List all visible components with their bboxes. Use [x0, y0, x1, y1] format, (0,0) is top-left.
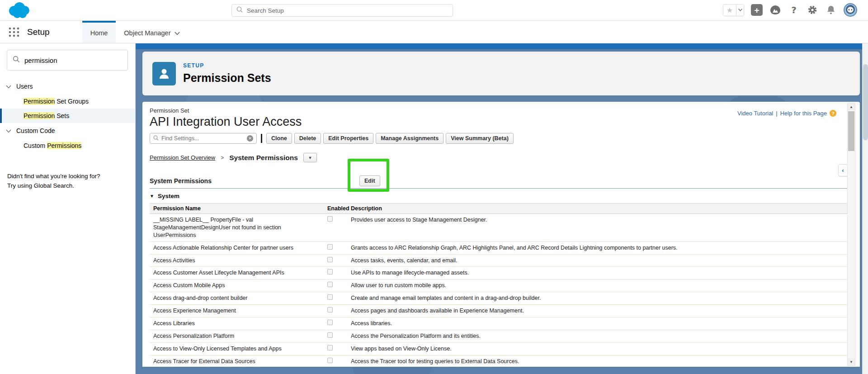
collapse-panel-tab[interactable]: ‹	[838, 164, 847, 176]
table-row: Access Tracer for External Data SourcesA…	[150, 355, 853, 367]
permission-name-cell: Access Libraries	[150, 317, 324, 330]
enabled-checkbox[interactable]	[327, 244, 333, 250]
sidebar-item-custom-code[interactable]: Custom Code	[0, 123, 135, 138]
tab-home[interactable]: Home	[82, 21, 116, 43]
sidebar-search-box[interactable]	[7, 50, 128, 71]
content-top-strip	[136, 43, 868, 49]
permission-description-cell: Access libraries.	[347, 317, 853, 330]
breadcrumb: Permission Set Overview > System Permiss…	[150, 153, 853, 162]
header-actions: ★ + ?	[723, 3, 857, 17]
window-scrollbar-thumb[interactable]	[863, 64, 868, 140]
permission-description-cell: Use APIs to manage lifecycle-managed ass…	[347, 267, 853, 279]
enabled-checkbox[interactable]	[327, 345, 333, 350]
find-settings-input[interactable]	[161, 135, 247, 142]
sidebar-item-users[interactable]: Users	[0, 79, 135, 94]
app-title: Setup	[27, 21, 50, 43]
setup-tree: UsersPermission Set GroupsPermission Set…	[0, 79, 135, 153]
detail-scrollbar[interactable]: ▲ ▼	[847, 103, 855, 366]
help-question-icon[interactable]: ?	[830, 110, 836, 117]
clear-search-icon[interactable]: ✕	[247, 135, 253, 142]
chevron-down-icon[interactable]	[6, 83, 11, 90]
permission-description-cell: Access pages and dashboards available in…	[347, 305, 853, 317]
permission-description-cell: Allow user to run custom mobile apps.	[347, 279, 853, 292]
sidebar-not-found-text: Didn't find what you're looking for? Try…	[7, 172, 135, 191]
favorites-star-icon[interactable]: ★	[723, 5, 736, 16]
table-row: __MISSING LABEL__ PropertyFile - val Sta…	[150, 214, 853, 242]
enabled-checkbox[interactable]	[327, 294, 333, 300]
table-row: Access ActivitiesAccess tasks, events, c…	[150, 254, 853, 267]
entity-name: API Integration User Access	[150, 115, 853, 129]
toolbar-button-delete[interactable]: Delete	[294, 133, 321, 144]
section-dropdown-button[interactable]: ▼	[303, 153, 317, 162]
permission-description-cell: Access the Personalization Platform and …	[347, 330, 853, 342]
search-icon	[153, 134, 159, 142]
permissions-table: Permission Name Enabled Description __MI…	[150, 203, 853, 367]
enabled-checkbox[interactable]	[327, 257, 333, 262]
user-avatar[interactable]	[844, 3, 857, 17]
tree-group-label: Users	[16, 83, 33, 90]
collapse-triangle-icon[interactable]: ▼	[150, 194, 154, 199]
sidebar-item-permission-set-groups[interactable]: Permission Set Groups	[0, 94, 135, 109]
permission-sets-icon	[152, 62, 176, 85]
sidebar-search-input[interactable]	[24, 57, 122, 64]
enabled-checkbox[interactable]	[327, 320, 333, 325]
enabled-checkbox[interactable]	[327, 269, 333, 275]
notifications-bell-icon[interactable]	[825, 4, 837, 16]
toolbar-button-edit-properties[interactable]: Edit Properties	[323, 133, 373, 144]
system-group-header[interactable]: ▼ System	[150, 193, 853, 199]
permission-description-cell: Provides user access to Stage Management…	[347, 214, 853, 242]
window-scrollbar[interactable]	[862, 43, 868, 374]
app-launcher-icon[interactable]	[8, 21, 20, 43]
scrollbar-thumb[interactable]	[848, 111, 854, 151]
permissions-table-body: __MISSING LABEL__ PropertyFile - val Sta…	[150, 214, 853, 367]
trailhead-icon[interactable]	[769, 4, 781, 16]
section-divider	[150, 188, 853, 189]
sidebar-item-permission-sets[interactable]: Permission Sets	[0, 109, 135, 123]
favorites-control[interactable]: ★	[723, 4, 744, 16]
permission-description-cell: Access the Tracer tool for testing queri…	[347, 355, 853, 367]
breadcrumb-parent-link[interactable]: Permission Set Overview	[150, 154, 215, 161]
permission-name-cell: Access Personalization Platform	[150, 330, 324, 342]
setup-content: SETUP Permission Sets Permission Set API…	[136, 43, 868, 374]
global-header: ★ + ?	[0, 0, 868, 21]
toolbar-button-manage-assignments[interactable]: Manage Assignments	[376, 133, 443, 144]
tree-group-label: Custom Code	[16, 127, 55, 134]
video-tutorial-link[interactable]: Video Tutorial	[737, 110, 773, 117]
enabled-checkbox[interactable]	[327, 358, 333, 363]
setup-gear-icon[interactable]	[807, 4, 818, 16]
chevron-down-icon[interactable]	[6, 127, 11, 134]
table-row: Access to View-Only Licensed Templates a…	[150, 342, 853, 355]
table-row: Access Actionable Relationship Center fo…	[150, 241, 853, 254]
permission-name-cell: Access Activities	[150, 254, 324, 267]
toolbar-buttons: CloneDeleteEdit PropertiesManage Assignm…	[266, 133, 514, 144]
toolbar-divider	[261, 134, 262, 143]
scroll-down-arrow[interactable]: ▼	[848, 358, 855, 365]
table-header-row: Permission Name Enabled Description	[150, 204, 853, 214]
help-for-page-link[interactable]: Help for this Page	[780, 110, 827, 117]
enabled-checkbox[interactable]	[327, 216, 333, 222]
edit-button[interactable]: Edit	[359, 175, 380, 186]
setup-eyebrow: SETUP	[183, 62, 271, 69]
find-settings-box[interactable]: ✕	[150, 133, 257, 144]
global-search-input[interactable]	[247, 7, 448, 14]
help-links: Video Tutorial | Help for this Page ?	[737, 110, 836, 117]
enabled-checkbox[interactable]	[327, 282, 333, 287]
scroll-up-arrow[interactable]: ▲	[848, 103, 855, 110]
favorites-dropdown[interactable]	[736, 5, 744, 16]
permission-description-cell: Create and manage email templates and co…	[347, 292, 853, 305]
global-search-box[interactable]	[231, 4, 453, 17]
permission-description-cell: View apps based on View-Only License.	[347, 342, 853, 355]
enabled-checkbox[interactable]	[327, 332, 333, 338]
tab-object-manager[interactable]: Object Manager	[116, 21, 188, 43]
sidebar-item-custom-permissions[interactable]: Custom Permissions	[0, 138, 135, 153]
table-row: Access Customer Asset Lifecycle Manageme…	[150, 267, 853, 279]
toolbar-button-clone[interactable]: Clone	[266, 133, 292, 144]
table-row: Access LibrariesAccess libraries.	[150, 317, 853, 330]
quick-add-icon[interactable]: +	[751, 4, 763, 16]
toolbar-button-view-summary-beta[interactable]: View Summary (Beta)	[446, 133, 514, 144]
setup-nav-bar: Setup Home Object Manager	[0, 21, 868, 43]
enabled-checkbox[interactable]	[327, 307, 333, 312]
group-title: System	[158, 193, 179, 199]
help-icon[interactable]: ?	[788, 4, 800, 16]
permission-name-cell: Access Custom Mobile Apps	[150, 279, 324, 292]
